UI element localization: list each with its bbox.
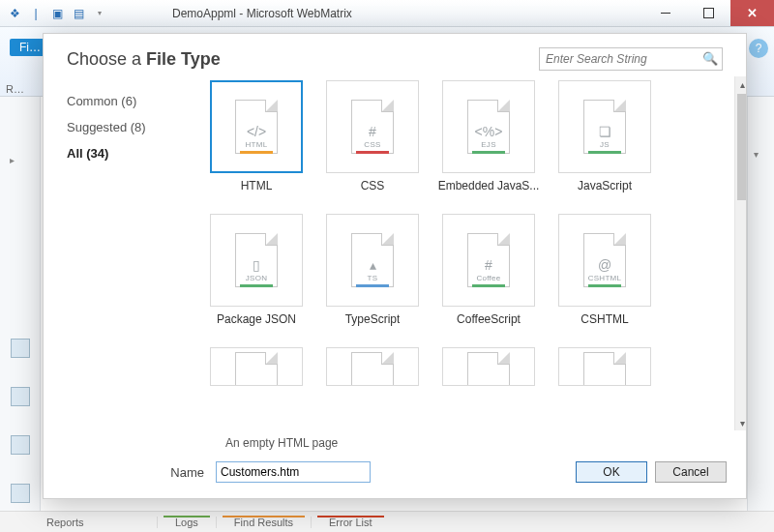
search-input[interactable] — [539, 47, 723, 71]
tile-symbol: # — [369, 125, 376, 138]
category-list: Common (6) Suggested (8) All (34) — [44, 76, 198, 430]
status-tab-find-results[interactable]: Find Results — [216, 517, 311, 528]
ok-button[interactable]: OK — [576, 461, 647, 483]
window-titlebar: ❖ | ▣ ▤ ▾ DemoAppml - Microsoft WebMatri… — [0, 0, 774, 27]
tile-label: Package JSON — [217, 312, 296, 326]
chevron-down-icon[interactable]: ▾ — [754, 149, 759, 160]
dialog-title-prefix: Choose a — [67, 49, 146, 69]
tile-symbol: ▯ — [253, 258, 260, 272]
tile-partial[interactable] — [549, 347, 661, 386]
tile-tag: JS — [600, 140, 610, 149]
run-label: R… — [6, 83, 24, 95]
file-type-grid: </>HTMLHTML #CSSCSS <%>EJSEmbedded JavaS… — [198, 80, 740, 386]
dialog-title: Choose a File Type — [67, 49, 221, 70]
category-suggested[interactable]: Suggested (8) — [67, 114, 198, 140]
status-tab-error-list[interactable]: Error List — [311, 517, 390, 528]
cancel-button[interactable]: Cancel — [655, 461, 727, 483]
help-icon[interactable]: ? — [749, 39, 768, 58]
nav-reports-icon[interactable] — [11, 484, 30, 503]
status-bar: Reports Logs Find Results Error List — [0, 511, 774, 532]
tile-label: CSS — [361, 179, 385, 192]
category-common[interactable]: Common (6) — [67, 88, 198, 114]
tile-symbol: <%> — [475, 125, 503, 138]
tile-coffeescript[interactable]: #CoffeeCoffeeScript — [432, 214, 545, 326]
choose-file-type-dialog: Choose a File Type 🔍 Common (6) Suggeste… — [43, 33, 747, 499]
nav-files-icon[interactable] — [11, 387, 30, 406]
category-all[interactable]: All (34) — [67, 140, 198, 166]
tile-css[interactable]: #CSSCSS — [316, 80, 429, 192]
tile-symbol: @ — [598, 258, 611, 272]
tile-tag: TS — [368, 274, 378, 282]
file-name-input[interactable] — [216, 461, 371, 483]
search-icon[interactable]: 🔍 — [702, 51, 718, 66]
tile-js[interactable]: ❏JSJavaScript — [549, 80, 661, 192]
tile-partial[interactable] — [200, 347, 313, 386]
dialog-title-bold: File Type — [146, 49, 221, 69]
tile-tag: CSS — [364, 140, 380, 149]
tile-tag: HTML — [246, 140, 268, 149]
qat-save-icon[interactable]: ▣ — [48, 5, 66, 22]
scroll-thumb[interactable] — [737, 94, 746, 200]
scroll-up-icon[interactable]: ▴ — [735, 76, 746, 92]
tile-tag: EJS — [481, 140, 496, 149]
grid-scrollbar[interactable]: ▴ ▾ — [734, 76, 746, 430]
name-label: Name — [44, 465, 216, 480]
tile-label: JavaScript — [578, 179, 632, 192]
expand-icon[interactable]: ▸ — [10, 155, 15, 165]
qat-dropdown-icon[interactable]: ▾ — [91, 5, 108, 22]
tile-symbol: </> — [247, 125, 266, 138]
tile-label: CoffeeScript — [457, 312, 521, 326]
qat-divider: | — [27, 5, 45, 22]
file-type-description: An empty HTML page — [44, 430, 746, 452]
tile-label: TypeScript — [345, 312, 401, 326]
tile-label: CSHTML — [580, 312, 628, 326]
tile-symbol: ❏ — [599, 125, 611, 138]
qat-sites-icon[interactable]: ❖ — [6, 5, 23, 22]
window-close-button[interactable]: ✕ — [730, 0, 774, 26]
tile-partial[interactable] — [316, 347, 429, 386]
tile-tag: CSHTML — [588, 274, 622, 282]
tile-label: HTML — [241, 179, 273, 192]
status-tab-logs[interactable]: Logs — [157, 517, 216, 528]
tile-typescript[interactable]: ▴TSTypeScript — [316, 214, 429, 326]
tile-package-json[interactable]: ▯JSONPackage JSON — [200, 214, 313, 326]
nav-databases-icon[interactable] — [11, 435, 30, 455]
tile-ejs[interactable]: <%>EJSEmbedded JavaS... — [432, 80, 545, 192]
tile-tag: Coffee — [476, 274, 500, 282]
window-maximize-button[interactable] — [687, 0, 730, 26]
left-activity-bar: R… ▸ — [0, 97, 41, 511]
tile-symbol: ▴ — [370, 258, 376, 272]
status-section-label: Reports — [41, 517, 157, 528]
qat-icon[interactable]: ▤ — [70, 5, 87, 22]
right-rail: ▾ — [747, 97, 774, 511]
nav-site-icon[interactable] — [11, 339, 30, 358]
tile-html[interactable]: </>HTMLHTML — [200, 80, 313, 192]
tile-tag: JSON — [246, 274, 268, 282]
tile-symbol: # — [485, 258, 492, 272]
tile-cshtml[interactable]: @CSHTMLCSHTML — [549, 214, 661, 326]
tile-label: Embedded JavaS... — [438, 179, 540, 192]
tile-partial[interactable] — [432, 347, 545, 386]
window-title: DemoAppml - Microsoft WebMatrix — [114, 7, 643, 20]
window-minimize-button[interactable] — [643, 0, 687, 26]
scroll-down-icon[interactable]: ▾ — [735, 415, 746, 430]
